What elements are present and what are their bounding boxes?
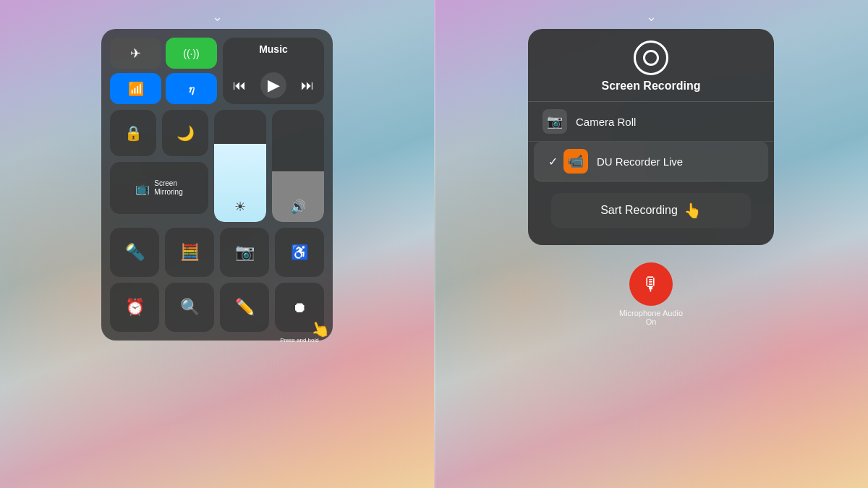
prev-btn[interactable]: ⏮ [233,78,246,93]
control-center-panel: ✈ ((·)) 📶 𝜂 Music ⏮ ▶ ⏭ [101,29,333,341]
alarm-btn[interactable]: ⏰ [110,283,159,332]
camera-btn[interactable]: 📷 [220,228,269,277]
left-panel: ⌄ ✈ ((·)) 📶 𝜂 Music [0,0,434,488]
do-not-disturb-btn[interactable]: 🌙 [162,110,208,156]
camera-roll-label: Camera Roll [576,116,760,128]
rotation-lock-btn[interactable]: 🔒 [110,110,156,156]
play-btn[interactable]: ▶ [260,72,286,98]
flashlight-btn[interactable]: 🔦 [110,228,159,277]
brightness-slider[interactable]: ☀ [214,110,266,222]
rotation-lock-icon: 🔒 [124,124,142,142]
bottom-icon-grid: 🔦 🧮 📷 ♿ ⏰ 🔍 ✏️ ⏺ Press and hold [110,228,324,332]
right-panel: ⌄ Screen Recording 📷 Camera Roll ✓ [434,0,868,488]
microphone-icon: 🎙 [642,273,660,296]
accessibility-icon: ♿ [291,244,309,261]
screen-mirror-label: ScreenMirroring [154,179,182,197]
popup-header: Screen Recording [528,40,774,102]
hand-cursor-right-icon: 👆 [684,202,702,219]
wifi-btn[interactable]: 📶 [110,73,161,104]
calculator-btn[interactable]: 🧮 [165,228,214,277]
wifi-icon: 📶 [128,81,144,97]
du-recorder-option[interactable]: ✓ 📹 DU Recorder Live [534,142,768,181]
right-content-panel: Screen Recording 📷 Camera Roll ✓ 📹 DU Re… [528,29,774,326]
music-title: Music [231,43,315,55]
airplane-mode-btn[interactable]: ✈ [110,38,161,69]
next-btn[interactable]: ⏭ [301,78,314,93]
brightness-icon: ☀ [234,199,246,215]
microphone-section: 🎙 Microphone AudioOn [528,257,774,326]
microphone-btn[interactable]: 🎙 [629,262,673,306]
camera-roll-icon-wrap: 📷 [542,109,567,134]
record-dot [643,50,659,66]
flashlight-icon: 🔦 [125,243,145,262]
record-icon-circle [634,40,668,75]
moon-icon: 🌙 [176,124,195,142]
calculator-icon: 🧮 [180,243,200,262]
start-recording-btn[interactable]: Sart Recording 👆 [551,193,751,228]
screen-mirror-icon: 📺 [135,181,150,195]
bluetooth-icon: 𝜂 [189,82,195,95]
right-chevron[interactable]: ⌄ [646,9,657,25]
camera-icon: 📷 [235,243,255,262]
panel-divider [434,0,435,488]
connectivity-block: ✈ ((·)) 📶 𝜂 [110,38,217,104]
du-recorder-icon-wrap: 📹 [563,149,588,174]
du-recorder-icon: 📹 [568,153,584,169]
bluetooth-btn[interactable]: 𝜂 [166,73,217,104]
volume-icon: 🔊 [290,199,306,215]
alarm-icon: ⏰ [125,298,145,317]
notes-btn[interactable]: ✏️ [220,283,269,332]
screen-recording-popup: Screen Recording 📷 Camera Roll ✓ 📹 DU Re… [528,29,774,245]
popup-title: Screen Recording [602,80,701,93]
screen-record-icon: ⏺ [292,299,307,316]
cellular-btn[interactable]: ((·)) [166,38,217,69]
start-recording-label: Sart Recording [600,204,678,217]
notes-icon: ✏️ [235,298,255,317]
music-controls: ⏮ ▶ ⏭ [231,72,315,98]
start-recording-section: Sart Recording 👆 [528,181,774,239]
du-recorder-label: DU Recorder Live [597,155,754,168]
screen-record-btn[interactable]: ⏺ Press and hold 👆 [275,283,324,332]
magnifier-icon: 🔍 [180,298,200,317]
music-widget: Music ⏮ ▶ ⏭ [223,38,324,104]
volume-slider[interactable]: 🔊 [272,110,324,222]
microphone-label: Microphone AudioOn [619,309,683,326]
left-chevron[interactable]: ⌄ [212,9,223,25]
top-row: ✈ ((·)) 📶 𝜂 Music ⏮ ▶ ⏭ [110,38,324,104]
camera-roll-option[interactable]: 📷 Camera Roll [528,102,774,142]
screen-mirroring-btn[interactable]: 📺 ScreenMirroring [110,162,208,214]
magnifier-btn[interactable]: 🔍 [165,283,214,332]
accessibility-btn[interactable]: ♿ [275,228,324,277]
camera-roll-icon: 📷 [547,114,563,129]
airplane-icon: ✈ [130,46,141,61]
cellular-icon: ((·)) [183,48,200,59]
middle-row: 🔒 🌙 📺 ScreenMirroring ☀ [110,110,324,222]
checkmark-icon: ✓ [548,155,558,168]
